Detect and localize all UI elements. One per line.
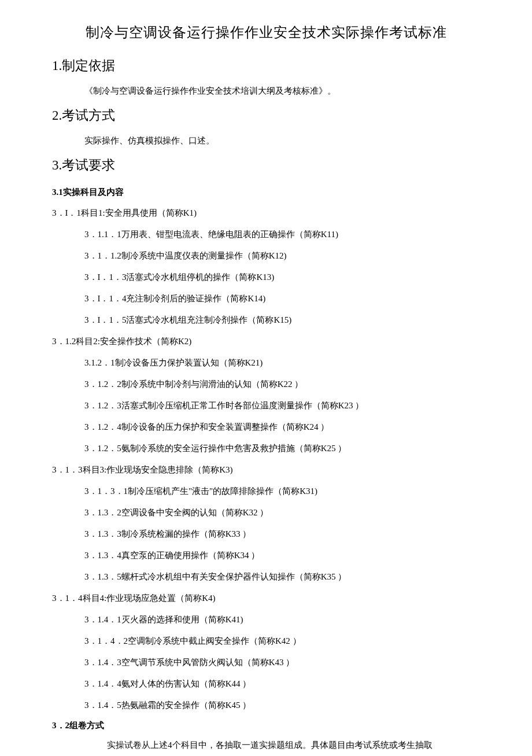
section-2-body: 实际操作、仿真模拟操作、口述。 <box>84 132 480 149</box>
list-item: 3．1.4．4氨对人体的伤害认知（简称K44 ） <box>84 675 480 692</box>
subject-k4-title: 3．1．4科目4:作业现场应急处置（简称K4) <box>52 589 480 607</box>
list-item: 3.1.2．1制冷设备压力保护装置认知（简称K21) <box>84 354 480 371</box>
list-item: 3．1.4．1灭火器的选择和使用（简称K41) <box>84 611 480 628</box>
section-3-heading: 3.考试要求 <box>52 156 480 175</box>
subject-k2-title: 3．1.2科目2:安全操作技术（简称K2) <box>52 333 480 350</box>
subject-k1-title: 3．I．1科目1:安全用具使用（简称K1) <box>52 204 480 222</box>
list-item: 3．1．3．1制冷压缩机产生"液击"的故障排除操作（简称K31) <box>84 482 480 500</box>
list-item: 3．1．1.2制冷系统中温度仪表的测量操作（简称K12) <box>84 247 480 264</box>
section-3-1-heading: 3.1实操科目及内容 <box>52 186 480 198</box>
subject-k3-title: 3．1．3科目3:作业现场安全隐患排除（简称K3) <box>52 461 480 478</box>
list-item: 3．1.2．3活塞式制冷压缩机正常工作时各部位温度测量操作（简称K23 ） <box>84 397 480 414</box>
section-3-2-lead: 实操试卷从上述4个科目中，各抽取一道实操题组成。具体题目由考试系统或考生抽取 <box>107 740 433 750</box>
list-item: 3．1.3．5螺杆式冷水机组中有关安全保护器件认知操作（简称K35 ） <box>84 568 480 585</box>
list-item: 3．1.3．3制冷系统检漏的操作（简称K33 ） <box>84 525 480 543</box>
list-item: 3．1.1．1万用表、钳型电流表、绝缘电阻表的正确操作（简称K11) <box>84 226 480 243</box>
section-3-2-body: 实操试卷从上述4个科目中，各抽取一道实操题组成。具体题目由考试系统或考生抽取 <box>52 736 480 754</box>
list-item: 3．1.3．4真空泵的正确使用操作（简称K34 ） <box>84 547 480 564</box>
section-1-heading: 1.制定依据 <box>52 57 480 75</box>
list-item: 3．1．4．2空调制冷系统中截止阀安全操作（简称K42 ） <box>84 632 480 650</box>
list-item: 3．I．1．4充注制冷剂后的验证操作（简称K14) <box>84 290 480 307</box>
list-item: 3．1.3．2空调设备中安全阀的认知（简称K32 ） <box>84 504 480 521</box>
list-item: 3．1.2．2制冷系统中制冷剂与润滑油的认知（简称K22 ） <box>84 375 480 393</box>
document-title: 制冷与空调设备运行操作作业安全技术实际操作考试标准 <box>52 23 480 43</box>
list-item: 3．1.2．5氨制冷系统的安全运行操作中危害及救护措施（简称K25 ） <box>84 440 480 457</box>
list-item: 3．1.4．3空气调节系统中风管防火阀认知（简称K43 ） <box>84 654 480 671</box>
list-item: 3．1.4．5热氨融霜的安全操作（简称K45 ） <box>84 696 480 714</box>
section-1-body: 《制冷与空调设备运行操作作业安全技术培训大纲及考核标准》。 <box>84 82 480 99</box>
list-item: 3．I．1．3活塞式冷水机组停机的操作（简称K13) <box>84 268 480 286</box>
list-item: 3．1.2．4制冷设备的压力保护和安全装置调整操作（简称K24 ） <box>84 418 480 436</box>
section-3-2-heading: 3．2组卷方式 <box>52 720 480 732</box>
section-2-heading: 2.考试方式 <box>52 106 480 125</box>
list-item: 3．I．1．5活塞式冷水机组充注制冷剂操作（简称K15) <box>84 311 480 329</box>
